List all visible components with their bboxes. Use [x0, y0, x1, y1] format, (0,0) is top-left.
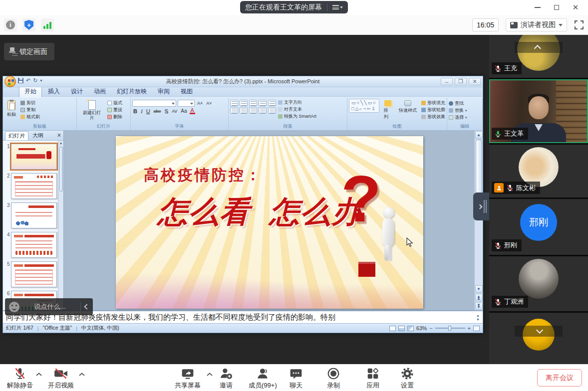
- slide-thumbnail-row[interactable]: 5: [4, 261, 57, 287]
- scroll-down-arrow[interactable]: ▼: [475, 285, 483, 293]
- paste-button[interactable]: 粘贴: [4, 99, 18, 119]
- text-direction-button[interactable]: 文字方向: [278, 99, 316, 106]
- slide-thumbnail-3[interactable]: [11, 202, 57, 228]
- qat-dropdown-icon[interactable]: ▾: [40, 78, 42, 83]
- bullets-button[interactable]: [230, 100, 238, 106]
- previous-slide-button[interactable]: ▲▲: [475, 294, 483, 301]
- shape-effects-button[interactable]: 形状效果: [421, 114, 445, 120]
- slide-thumbnail-row[interactable]: 1: [4, 144, 57, 170]
- shape-fill-button[interactable]: 形状填充: [421, 100, 445, 106]
- participant-tile-dingguanzhou[interactable]: 丁观洲: [489, 256, 588, 311]
- char-spacing-button[interactable]: AV: [171, 109, 178, 114]
- close-button[interactable]: ✕: [566, 0, 585, 15]
- apps-button[interactable]: 应用: [366, 367, 379, 390]
- lock-view-button[interactable]: 锁定画面: [4, 43, 54, 60]
- slide-scrollbar[interactable]: ▲ ▼ ▲▲ ▼▼: [474, 131, 483, 310]
- delete-slide-button[interactable]: 删除: [107, 114, 122, 120]
- ppt-close-button[interactable]: ✕: [469, 78, 481, 85]
- italic-button[interactable]: I: [140, 108, 144, 114]
- panel-tab-slides[interactable]: 幻灯片: [5, 131, 28, 140]
- align-left-button[interactable]: [230, 107, 238, 114]
- convert-smartart-button[interactable]: 转换为 SmartArt: [278, 113, 316, 120]
- slide-thumbnail-row[interactable]: 4: [4, 232, 57, 258]
- cut-button[interactable]: 剪切: [20, 100, 40, 106]
- slide-thumbnail-1[interactable]: [11, 144, 57, 170]
- shape-outline-button[interactable]: 形状轮廓: [421, 107, 445, 113]
- settings-button[interactable]: 设置: [401, 367, 414, 390]
- zoom-in-button[interactable]: +: [468, 325, 471, 331]
- arrange-button[interactable]: 排列: [381, 99, 394, 122]
- columns-button[interactable]: [268, 107, 276, 114]
- banner-menu-icon[interactable]: [332, 5, 343, 9]
- members-button[interactable]: 成员(99+): [249, 367, 277, 390]
- tab-slideshow[interactable]: 幻灯片放映: [112, 86, 152, 97]
- find-button[interactable]: 查找: [449, 100, 481, 107]
- panel-tab-outline[interactable]: 大纲: [29, 131, 46, 140]
- numbering-button[interactable]: [240, 100, 248, 106]
- chat-quick-input[interactable]: 说点什么...: [5, 298, 93, 315]
- emoji-icon[interactable]: [9, 302, 19, 312]
- normal-view-button[interactable]: [389, 326, 396, 331]
- strikethrough-button[interactable]: abe: [153, 109, 162, 114]
- line-spacing-button[interactable]: [268, 100, 276, 106]
- save-icon[interactable]: [18, 78, 23, 83]
- slide-thumbnail-2[interactable]: [11, 173, 57, 199]
- slide-thumbnail-row[interactable]: 3: [4, 202, 57, 228]
- scroll-up-arrow[interactable]: ▲: [475, 131, 483, 139]
- tab-home[interactable]: 开始: [19, 86, 42, 97]
- notes-scroll-arrows[interactable]: ▲▼: [476, 314, 480, 321]
- next-slide-button[interactable]: ▼▼: [475, 302, 483, 310]
- font-size-select[interactable]: [178, 100, 195, 107]
- justify-button[interactable]: [259, 107, 267, 114]
- unmute-button[interactable]: 解除静音: [7, 367, 33, 390]
- align-text-button[interactable]: 对齐文本: [278, 106, 316, 113]
- leave-meeting-button[interactable]: 离开会议: [537, 369, 582, 387]
- tab-review[interactable]: 审阅: [153, 86, 175, 97]
- record-button[interactable]: 录制: [327, 367, 340, 390]
- chat-button[interactable]: 聊天: [290, 367, 302, 390]
- network-status-button[interactable]: [41, 18, 54, 31]
- security-button[interactable]: +: [22, 18, 35, 31]
- shrink-font-button[interactable]: A˅: [205, 101, 213, 106]
- tab-insert[interactable]: 插入: [43, 86, 65, 97]
- panel-close-icon[interactable]: ✕: [57, 132, 61, 139]
- slideshow-view-button[interactable]: [407, 326, 414, 331]
- view-mode-selector[interactable]: 演讲者视图: [506, 18, 567, 31]
- align-center-button[interactable]: [240, 107, 248, 114]
- fit-to-window-button[interactable]: [473, 326, 480, 331]
- slide-thumbnail-row[interactable]: 2: [4, 173, 57, 199]
- bold-button[interactable]: B: [132, 108, 138, 114]
- layout-button[interactable]: 版式: [107, 100, 122, 106]
- shapes-gallery[interactable]: ▭○╲╲▭○ □△⌐¬⇦⇩: [349, 99, 379, 113]
- tab-design[interactable]: 设计: [66, 86, 88, 97]
- zoom-slider[interactable]: [435, 328, 465, 329]
- scroll-down-indicator[interactable]: [515, 326, 563, 337]
- redo-icon[interactable]: ↻: [33, 77, 37, 84]
- underline-button[interactable]: U: [145, 108, 151, 114]
- change-case-button[interactable]: Aa: [180, 108, 188, 114]
- minimize-button[interactable]: [528, 0, 547, 15]
- quick-styles-button[interactable]: 快速样式: [396, 99, 419, 115]
- undo-icon[interactable]: ↶: [26, 77, 30, 84]
- share-options-chevron[interactable]: [207, 373, 213, 377]
- participant-tile-xinggang[interactable]: 邢刚 丁观洲 邢刚: [489, 199, 588, 255]
- participant-tile-wangchong[interactable]: 王充: [489, 35, 588, 78]
- tab-view[interactable]: 视图: [176, 86, 198, 97]
- align-right-button[interactable]: [249, 107, 257, 114]
- zoom-out-button[interactable]: −: [429, 325, 432, 331]
- watching-banner[interactable]: 您正在观看王文革的屏幕: [240, 1, 348, 13]
- chat-placeholder[interactable]: 说点什么...: [23, 302, 76, 311]
- scroll-up-indicator[interactable]: [515, 42, 563, 53]
- audio-options-chevron[interactable]: [36, 373, 42, 377]
- office-button[interactable]: [4, 76, 16, 87]
- copy-button[interactable]: 复制: [20, 107, 40, 113]
- invite-button[interactable]: 邀请: [220, 367, 233, 390]
- fullscreen-button[interactable]: [574, 20, 584, 30]
- reset-button[interactable]: 重设: [107, 107, 122, 113]
- text-shadow-button[interactable]: S: [164, 108, 169, 114]
- thumbnail-scrollbar[interactable]: ▲: [58, 141, 63, 310]
- current-slide[interactable]: 高校疫情防控： 怎么看怎么办 ?: [116, 136, 423, 309]
- share-screen-button[interactable]: 共享屏幕: [175, 367, 201, 390]
- slide-thumbnail-4[interactable]: [11, 232, 57, 258]
- select-button[interactable]: 选择 ▾: [449, 114, 481, 121]
